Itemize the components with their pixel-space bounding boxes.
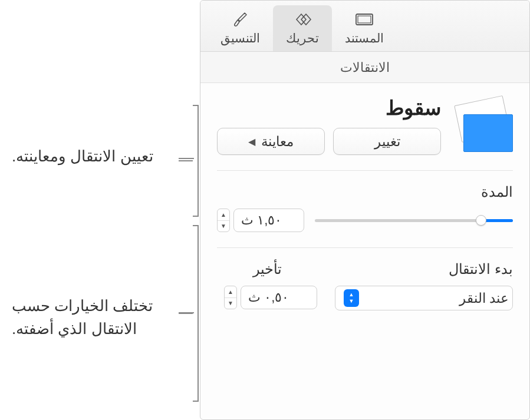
callout-bracket bbox=[193, 105, 199, 217]
svg-rect-1 bbox=[358, 16, 371, 23]
callout-text-2: تختلف الخيارات حسب الانتقال الذي أضفته. bbox=[12, 295, 183, 340]
transition-header-row: سقوط تغيير معاينة ◀ bbox=[217, 96, 513, 171]
change-button[interactable]: تغيير bbox=[333, 128, 441, 155]
duration-section: المدة ١,٥٠ ث ▲ ▼ bbox=[217, 171, 513, 248]
preview-button-label: معاينة bbox=[261, 134, 294, 150]
change-button-label: تغيير bbox=[374, 134, 400, 150]
tab-bar: التنسيق تحريك المستند bbox=[200, 1, 529, 52]
start-select-value: عند النقر bbox=[359, 290, 509, 306]
tab-format-label: التنسيق bbox=[220, 31, 260, 45]
tab-animate-label: تحريك bbox=[286, 31, 319, 45]
callout-bracket bbox=[193, 225, 199, 402]
chevron-down-icon[interactable]: ▼ bbox=[225, 298, 236, 309]
delay-input[interactable]: ٠,٥٠ ث bbox=[241, 286, 317, 309]
delay-label: تأخير bbox=[217, 261, 317, 277]
tab-format[interactable]: التنسيق bbox=[208, 5, 273, 51]
duration-label: المدة bbox=[217, 184, 513, 200]
section-title: الانتقالات bbox=[200, 52, 529, 83]
select-arrows-icon: ▲▼ bbox=[344, 289, 359, 307]
start-select[interactable]: عند النقر ▲▼ bbox=[335, 286, 513, 310]
diamond-stack-icon bbox=[289, 9, 315, 30]
inspector-content: سقوط تغيير معاينة ◀ المدة bbox=[200, 83, 529, 323]
transition-thumbnail bbox=[452, 99, 513, 152]
inspector-panel: التنسيق تحريك المستند الانتقالات bbox=[200, 0, 530, 420]
tab-animate[interactable]: تحريك bbox=[273, 5, 332, 51]
callout-text-1: تعيين الانتقال ومعاينته. bbox=[12, 147, 183, 166]
preview-button[interactable]: معاينة ◀ bbox=[217, 128, 325, 155]
chevron-up-icon[interactable]: ▲ bbox=[225, 286, 236, 298]
chevron-up-icon[interactable]: ▲ bbox=[218, 209, 229, 221]
duration-stepper[interactable]: ▲ ▼ bbox=[217, 209, 230, 232]
tab-document-label: المستند bbox=[345, 31, 384, 45]
slider-thumb[interactable] bbox=[476, 215, 486, 226]
document-icon bbox=[354, 9, 374, 30]
delay-stepper[interactable]: ▲ ▼ bbox=[224, 286, 237, 309]
duration-input[interactable]: ١,٥٠ ث bbox=[233, 209, 304, 232]
duration-slider[interactable] bbox=[315, 214, 513, 226]
start-label: بدء الانتقال bbox=[335, 261, 513, 277]
transition-name: سقوط bbox=[217, 96, 441, 120]
brush-icon bbox=[232, 9, 249, 30]
chevron-down-icon[interactable]: ▼ bbox=[218, 221, 229, 232]
start-section: بدء الانتقال عند النقر ▲▼ تأخير ٠,٥٠ ث ▲… bbox=[217, 248, 513, 310]
tab-document[interactable]: المستند bbox=[332, 5, 397, 51]
play-icon: ◀ bbox=[248, 136, 255, 147]
